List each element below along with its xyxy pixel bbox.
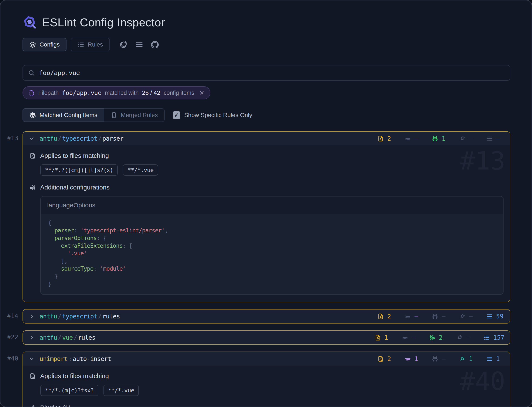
eslint-inspector-logo — [23, 15, 37, 29]
chevron-down-icon — [29, 135, 35, 142]
toggle-merged-rules[interactable]: Merged Rules — [104, 108, 164, 122]
badge-configs: 1 — [432, 135, 450, 142]
eye-closed-icon — [405, 313, 411, 320]
tab-configs[interactable]: Configs — [23, 38, 66, 51]
badge-rules: 59 — [486, 313, 504, 320]
config-name: antfu/vue/rules — [39, 334, 95, 341]
plug-icon — [459, 356, 466, 362]
files-matching-label: Applies to files matching — [29, 372, 503, 380]
config-card-header[interactable]: antfu/vue/rules 1 – 2 — [23, 331, 510, 344]
badge-files: 2 — [377, 135, 396, 142]
file-search-icon — [29, 153, 36, 159]
chevron-right-icon — [29, 313, 35, 320]
file-search-icon — [29, 373, 36, 379]
glob-chip: **/*.(m|c)?tsx? — [40, 385, 98, 396]
chevron-down-icon — [29, 356, 35, 362]
sliders-icon — [29, 184, 36, 191]
glob-chip: **/*.vue — [103, 385, 139, 396]
plug-icon — [456, 334, 463, 341]
badge-plugins: 1 — [459, 355, 477, 362]
plugins-label: Plugins (1) — [29, 404, 503, 407]
badge-group: 2 1 – 1 — [377, 355, 504, 362]
checkbox-label: Show Specific Rules Only — [184, 112, 252, 118]
plug-icon — [29, 404, 36, 407]
badge-rules: 157 — [483, 334, 504, 341]
filepath-filter-chip[interactable]: Filepath foo/app.vue matched with 25 / 4… — [23, 86, 210, 99]
badge-files: 1 — [375, 334, 393, 341]
layers-icon — [29, 112, 36, 118]
badge-rules: – — [486, 135, 504, 142]
config-name: antfu/typescript/parser — [39, 135, 124, 142]
lines-icon — [135, 41, 143, 48]
eye-closed-icon — [402, 334, 408, 341]
glob-list: **/*.?([cm])[jt]s?(x) **/*.vue — [40, 164, 503, 176]
config-index: #13 — [7, 131, 18, 145]
toggle-merged-label: Merged Rules — [121, 112, 158, 118]
badge-plugins: – — [459, 313, 477, 320]
config-row-22: #22 antfu/vue/rules 1 – — [0, 330, 532, 345]
badge-plugins: – — [459, 135, 477, 142]
checkbox-checked-icon: ✓ — [173, 111, 180, 119]
config-row-14: #14 antfu/typescript/rules 2 – — [0, 309, 532, 323]
github-link[interactable] — [150, 40, 160, 49]
glob-chip: **/*.vue — [123, 164, 158, 176]
sliders-icon — [432, 135, 438, 142]
file-search-icon — [377, 356, 384, 362]
close-icon[interactable]: ✕ — [199, 89, 204, 96]
search-input[interactable] — [39, 69, 505, 77]
eye-closed-icon — [405, 135, 411, 142]
show-specific-rules-checkbox[interactable]: ✓ Show Specific Rules Only — [173, 111, 252, 119]
view-segmented-control: Matched Config Items Merged Rules — [23, 108, 165, 122]
badge-fields: 1 — [405, 355, 423, 362]
config-index: #22 — [7, 330, 18, 344]
additional-configurations-label: Additional configurations — [29, 184, 503, 191]
header-icon-bar — [119, 40, 160, 49]
sliders-icon — [432, 313, 438, 320]
config-name: antfu/typescript/rules — [39, 313, 120, 320]
layers-icon — [29, 41, 36, 48]
toggle-matched-label: Matched Config Items — [39, 112, 97, 118]
sliders-icon — [429, 334, 436, 341]
config-card-22: antfu/vue/rules 1 – 2 — [23, 330, 510, 345]
badge-fields: – — [402, 334, 420, 341]
glob-list: **/*.(m|c)?tsx? **/*.vue — [40, 385, 503, 396]
badge-configs: – — [432, 313, 450, 320]
file-search-icon — [377, 313, 384, 320]
badge-configs: – — [432, 355, 450, 362]
plug-icon — [459, 135, 466, 142]
dark-mode-toggle[interactable] — [119, 40, 128, 49]
config-card-40: #40 unimport:auto-insert 2 1 — [23, 352, 510, 407]
glob-chip: **/*.?([cm])[jt]s?(x) — [40, 164, 118, 176]
tab-rules[interactable]: Rules — [71, 38, 110, 51]
list-icon — [486, 356, 493, 362]
badge-rules: 1 — [486, 355, 504, 362]
files-matching-label: Applies to files matching — [29, 152, 503, 159]
file-dashed-icon — [29, 90, 35, 96]
list-icon — [78, 41, 84, 48]
config-row-13: #13 #13 antfu/typescript/parser 2 — [0, 131, 532, 302]
config-card-body: Applies to files matching **/*.(m|c)?tsx… — [23, 366, 510, 407]
search-bar — [23, 65, 510, 81]
config-card-14: antfu/typescript/rules 2 – — [23, 309, 510, 323]
tab-bar: Configs Rules — [23, 38, 510, 51]
toggle-matched-config-items[interactable]: Matched Config Items — [23, 108, 104, 122]
moon-star-icon — [120, 41, 127, 48]
list-icon — [486, 135, 493, 142]
config-card-body: Applies to files matching **/*.?([cm])[j… — [23, 145, 510, 302]
github-icon — [151, 41, 159, 48]
badge-group: 2 – 1 – — [377, 135, 504, 142]
config-card-header[interactable]: antfu/typescript/rules 2 – — [23, 310, 510, 323]
code-block: { parser: 'typescript-eslint/parser', pa… — [41, 214, 503, 294]
search-icon — [28, 70, 35, 76]
app-header: ESLint Config Inspector — [23, 15, 510, 29]
menu-button[interactable] — [134, 40, 144, 49]
config-card-header[interactable]: unimport:auto-insert 2 1 – — [23, 352, 510, 366]
list-icon — [486, 313, 493, 320]
badge-group: 1 – 2 – — [375, 334, 504, 341]
config-card-header[interactable]: antfu/typescript/parser 2 – — [23, 132, 510, 145]
badge-fields: – — [405, 313, 423, 320]
file-search-icon — [375, 334, 381, 341]
config-card-13: #13 antfu/typescript/parser 2 – — [23, 131, 510, 302]
badge-group: 2 – – – — [377, 313, 504, 320]
config-name: unimport:auto-insert — [39, 355, 111, 362]
